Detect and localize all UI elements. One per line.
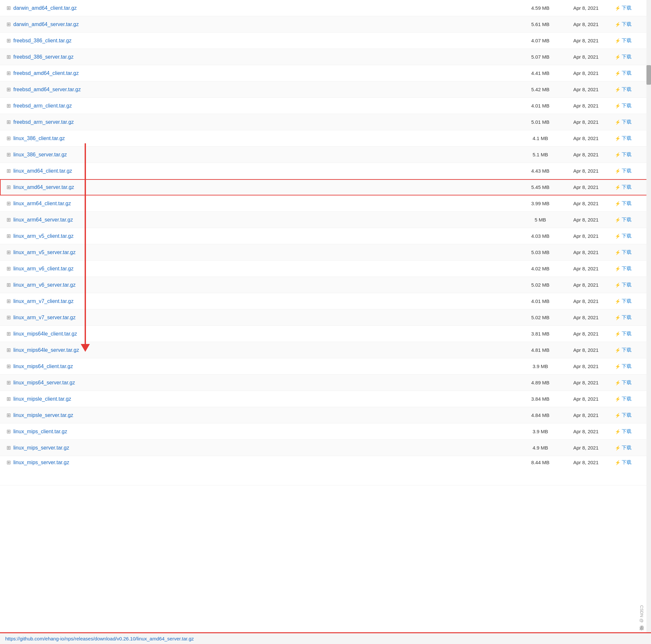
file-date: Apr 8, 2021 bbox=[560, 168, 612, 174]
file-link[interactable]: linux_amd64_server.tar.gz bbox=[13, 184, 74, 190]
table-row: ⊞linux_mips64le_client.tar.gz3.81 MBApr … bbox=[0, 326, 651, 342]
file-link[interactable]: linux_arm_v6_server.tar.gz bbox=[13, 282, 75, 288]
file-link[interactable]: freebsd_386_server.tar.gz bbox=[13, 54, 73, 60]
download-icon: ⚡ bbox=[615, 445, 620, 450]
download-link[interactable]: ⚡下载 bbox=[612, 282, 631, 288]
file-size: 4.84 MB bbox=[521, 412, 560, 418]
download-link[interactable]: ⚡下载 bbox=[612, 54, 631, 60]
file-link[interactable]: linux_mipsle_client.tar.gz bbox=[13, 396, 71, 402]
file-link[interactable]: linux_mips_client.tar.gz bbox=[13, 429, 67, 435]
file-download-col: ⚡下载 bbox=[612, 459, 645, 466]
file-link[interactable]: darwin_amd64_client.tar.gz bbox=[13, 5, 77, 11]
download-link[interactable]: ⚡下载 bbox=[612, 363, 631, 370]
scrollbar[interactable] bbox=[646, 0, 651, 644]
file-link[interactable]: linux_386_server.tar.gz bbox=[13, 152, 67, 158]
file-icon: ⊞ bbox=[6, 445, 11, 451]
file-icon: ⊞ bbox=[6, 5, 11, 11]
file-link[interactable]: linux_mips64_server.tar.gz bbox=[13, 380, 75, 386]
file-download-col: ⚡下载 bbox=[612, 135, 645, 141]
file-link[interactable]: linux_arm64_server.tar.gz bbox=[13, 217, 73, 223]
file-icon: ⊞ bbox=[6, 151, 11, 158]
download-icon: ⚡ bbox=[615, 364, 620, 369]
file-date: Apr 8, 2021 bbox=[560, 380, 612, 385]
table-row: ⊞linux_386_server.tar.gz5.1 MBApr 8, 202… bbox=[0, 147, 651, 163]
file-date: Apr 8, 2021 bbox=[560, 136, 612, 141]
download-link[interactable]: ⚡下载 bbox=[612, 135, 631, 141]
file-size: 5.61 MB bbox=[521, 22, 560, 27]
download-label: 下载 bbox=[622, 119, 631, 125]
file-link[interactable]: linux_arm_v7_server.tar.gz bbox=[13, 315, 75, 321]
download-link[interactable]: ⚡下载 bbox=[612, 459, 631, 466]
file-name-col: ⊞linux_amd64_server.tar.gz bbox=[6, 184, 521, 190]
file-link[interactable]: linux_arm64_client.tar.gz bbox=[13, 201, 71, 207]
file-name-col: ⊞darwin_amd64_client.tar.gz bbox=[6, 5, 521, 11]
file-link[interactable]: freebsd_amd64_server.tar.gz bbox=[13, 87, 81, 92]
file-download-col: ⚡下载 bbox=[612, 119, 645, 125]
download-link[interactable]: ⚡下载 bbox=[612, 314, 631, 321]
download-link[interactable]: ⚡下载 bbox=[612, 396, 631, 402]
download-link[interactable]: ⚡下载 bbox=[612, 331, 631, 337]
file-icon: ⊞ bbox=[6, 412, 11, 418]
download-label: 下载 bbox=[622, 168, 631, 174]
download-link[interactable]: ⚡下载 bbox=[612, 412, 631, 418]
download-icon: ⚡ bbox=[615, 234, 620, 239]
download-link[interactable]: ⚡下载 bbox=[612, 168, 631, 174]
download-link[interactable]: ⚡下载 bbox=[612, 119, 631, 125]
file-link[interactable]: darwin_amd64_server.tar.gz bbox=[13, 22, 79, 27]
download-link[interactable]: ⚡下载 bbox=[612, 216, 631, 223]
scrollbar-thumb[interactable] bbox=[646, 65, 651, 85]
file-link[interactable]: linux_mipsle_server.tar.gz bbox=[13, 412, 73, 418]
file-link[interactable]: linux_mips_server.tar.gz bbox=[13, 445, 69, 451]
download-link[interactable]: ⚡下载 bbox=[612, 21, 631, 27]
download-link[interactable]: ⚡下载 bbox=[612, 151, 631, 158]
download-icon: ⚡ bbox=[615, 54, 620, 60]
download-icon: ⚡ bbox=[615, 283, 620, 288]
download-link[interactable]: ⚡下载 bbox=[612, 298, 631, 304]
download-link[interactable]: ⚡下载 bbox=[612, 70, 631, 76]
file-link[interactable]: freebsd_arm_server.tar.gz bbox=[13, 119, 74, 125]
download-link[interactable]: ⚡下载 bbox=[612, 380, 631, 386]
table-row: ⊞linux_arm_v7_client.tar.gz4.01 MBApr 8,… bbox=[0, 293, 651, 310]
file-size: 4.01 MB bbox=[521, 103, 560, 109]
file-icon: ⊞ bbox=[6, 54, 11, 60]
file-link[interactable]: linux_mips64_client.tar.gz bbox=[13, 363, 73, 370]
file-link[interactable]: linux_arm_v7_client.tar.gz bbox=[13, 298, 73, 304]
file-link[interactable]: linux_386_client.tar.gz bbox=[13, 136, 65, 141]
download-link[interactable]: ⚡下载 bbox=[612, 103, 631, 109]
download-link[interactable]: ⚡下载 bbox=[612, 249, 631, 255]
file-date: Apr 8, 2021 bbox=[560, 250, 612, 255]
file-link[interactable]: freebsd_amd64_client.tar.gz bbox=[13, 70, 79, 76]
download-link[interactable]: ⚡下载 bbox=[612, 184, 631, 190]
download-link[interactable]: ⚡下载 bbox=[612, 265, 631, 272]
table-row: ⊞linux_amd64_server.tar.gz5.45 MBApr 8, … bbox=[0, 179, 651, 196]
file-name-col: ⊞linux_amd64_client.tar.gz bbox=[6, 168, 521, 174]
file-icon: ⊞ bbox=[6, 298, 11, 304]
download-link[interactable]: ⚡下载 bbox=[612, 37, 631, 43]
file-date: Apr 8, 2021 bbox=[560, 298, 612, 304]
download-link[interactable]: ⚡下载 bbox=[612, 5, 631, 11]
download-link[interactable]: ⚡下载 bbox=[612, 86, 631, 92]
download-label: 下载 bbox=[622, 184, 631, 190]
file-size: 5.45 MB bbox=[521, 184, 560, 190]
file-link[interactable]: linux_arm_v5_server.tar.gz bbox=[13, 250, 75, 255]
file-link[interactable]: freebsd_386_client.tar.gz bbox=[13, 38, 72, 43]
download-link[interactable]: ⚡下载 bbox=[612, 445, 631, 451]
file-link[interactable]: linux_mips64le_server.tar.gz bbox=[13, 347, 79, 353]
file-link[interactable]: freebsd_arm_client.tar.gz bbox=[13, 103, 72, 109]
table-row: ⊞freebsd_386_server.tar.gz5.07 MBApr 8, … bbox=[0, 49, 651, 65]
file-link[interactable]: linux_arm_v5_client.tar.gz bbox=[13, 233, 73, 239]
file-link[interactable]: linux_mips64le_client.tar.gz bbox=[13, 331, 77, 337]
file-link[interactable]: linux_mips_server.tar.gz bbox=[13, 460, 69, 466]
download-icon: ⚡ bbox=[615, 38, 620, 43]
file-link[interactable]: linux_arm_v6_client.tar.gz bbox=[13, 266, 73, 272]
download-link[interactable]: ⚡下载 bbox=[612, 428, 631, 435]
file-link[interactable]: linux_amd64_client.tar.gz bbox=[13, 168, 72, 174]
download-link[interactable]: ⚡下载 bbox=[612, 233, 631, 239]
file-download-col: ⚡下载 bbox=[612, 347, 645, 353]
download-link[interactable]: ⚡下载 bbox=[612, 347, 631, 353]
download-link[interactable]: ⚡下载 bbox=[612, 200, 631, 207]
file-date: Apr 8, 2021 bbox=[560, 233, 612, 239]
download-icon: ⚡ bbox=[615, 250, 620, 255]
table-row: ⊞linux_arm_v7_server.tar.gz5.02 MBApr 8,… bbox=[0, 310, 651, 326]
download-icon: ⚡ bbox=[615, 120, 620, 125]
